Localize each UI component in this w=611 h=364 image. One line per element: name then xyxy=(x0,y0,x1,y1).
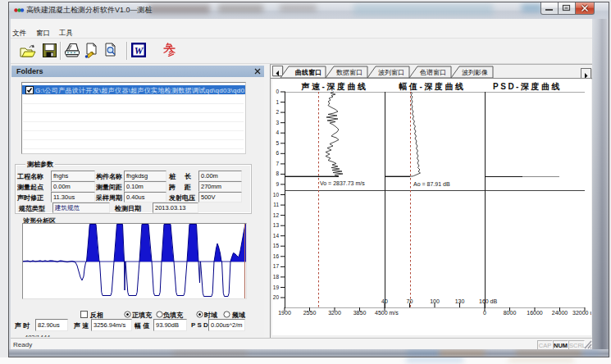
svg-text:波列影像: 波列影像 xyxy=(462,69,488,76)
svg-text:W: W xyxy=(135,45,144,57)
svg-text:色谱窗口: 色谱窗口 xyxy=(419,69,446,76)
svg-text:波列窗口: 波列窗口 xyxy=(378,69,404,76)
svg-text:曲线窗口: 曲线窗口 xyxy=(295,68,321,76)
svg-text:数据窗口: 数据窗口 xyxy=(336,69,362,76)
